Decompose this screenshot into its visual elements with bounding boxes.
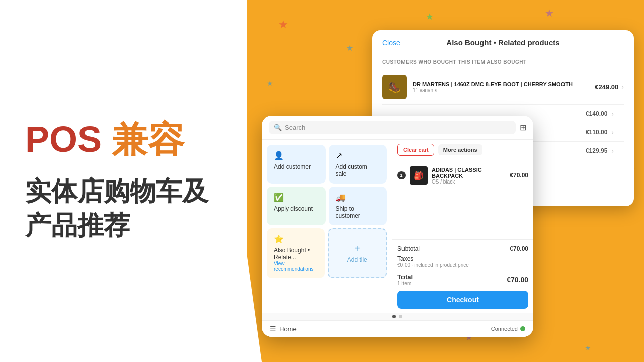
connection-status: Connected bbox=[491, 326, 525, 332]
taxes-note: €0.00 · included in product price bbox=[397, 262, 469, 268]
chevron-right-icon: › bbox=[621, 83, 624, 91]
hero-subtitle: 实体店购物车及产品推荐 bbox=[25, 174, 221, 242]
star-7: ★ bbox=[267, 79, 273, 87]
ship-to-customer-label: Ship to customer bbox=[336, 205, 380, 219]
product-info: DR MARTENS | 1460Z DMC 8-EYE BOOT | CHER… bbox=[413, 81, 595, 93]
product-thumbnail: 🥾 bbox=[382, 75, 407, 99]
compat-text: 兼容 bbox=[112, 119, 184, 159]
cart-item-variant: OS / black bbox=[432, 179, 506, 185]
product-price: €249.00 bbox=[595, 83, 618, 91]
ship-to-customer-icon: 🚚 bbox=[336, 193, 346, 202]
hero-title: POS 兼容 bbox=[25, 120, 221, 159]
search-box[interactable]: 🔍 Search bbox=[269, 121, 516, 134]
chevron-right-icon-2: › bbox=[611, 110, 614, 118]
apply-discount-icon: ✅ bbox=[274, 193, 284, 202]
pos-text: POS bbox=[25, 119, 102, 159]
cart-item-name: ADIDAS | CLASSIC BACKPACK bbox=[432, 167, 506, 179]
ship-to-customer-tile[interactable]: 🚚 Ship to customer bbox=[329, 187, 387, 225]
also-bought-tile-label: Also Bought • Relate... bbox=[274, 247, 317, 261]
cart-item-badge: 1 bbox=[397, 171, 406, 179]
also-bought-tile-sublabel: View recommendations bbox=[274, 261, 317, 272]
home-nav[interactable]: ☰ Home bbox=[270, 325, 297, 333]
cart-top-actions: Clear cart More actions bbox=[392, 140, 533, 160]
tablet-bottom-bar: ☰ Home Connected bbox=[262, 320, 533, 337]
subtotal-row: Subtotal €70.00 bbox=[397, 244, 528, 254]
taxes-info: Taxes €0.00 · included in product price bbox=[397, 255, 469, 268]
also-bought-tile-icon: ⭐ bbox=[274, 234, 284, 244]
section-label: CUSTOMERS WHO BOUGHT THIS ITEM ALSO BOUG… bbox=[382, 59, 624, 65]
add-custom-sale-label: Add custom sale bbox=[336, 163, 380, 177]
add-custom-sale-icon: ↗ bbox=[336, 151, 342, 160]
connected-label: Connected bbox=[491, 326, 518, 332]
add-tile-btn[interactable]: + Add tile bbox=[328, 228, 387, 278]
scan-icon[interactable]: ⊞ bbox=[520, 123, 526, 132]
total-info: Total 1 item bbox=[397, 273, 413, 286]
add-customer-tile[interactable]: 👤 Add customer bbox=[267, 145, 326, 184]
total-row: Total 1 item €70.00 bbox=[397, 272, 528, 288]
star-3: ★ bbox=[426, 11, 434, 22]
cart-header: 🔍 Search ⊞ bbox=[262, 116, 533, 140]
home-label: Home bbox=[279, 325, 297, 333]
search-icon: 🔍 bbox=[274, 124, 282, 131]
also-bought-tile[interactable]: ⭐ Also Bought • Relate... View recommend… bbox=[267, 228, 325, 278]
total-value: €70.00 bbox=[507, 276, 528, 284]
taxes-label: Taxes bbox=[397, 255, 469, 262]
total-count: 1 item bbox=[397, 281, 413, 286]
pagination-dots bbox=[262, 313, 533, 320]
partial-item-price-1: €140.00 bbox=[586, 110, 607, 117]
star-16: ★ bbox=[585, 344, 591, 352]
partial-item-price-2: €110.00 bbox=[586, 129, 607, 136]
also-bought-title: Also Bought • Related products bbox=[446, 38, 559, 47]
apply-discount-tile[interactable]: ✅ Apply discount bbox=[267, 187, 326, 225]
tile-row-2: ✅ Apply discount 🚚 Ship to customer bbox=[267, 187, 387, 225]
pagination-dot-1 bbox=[392, 315, 396, 318]
add-custom-sale-tile[interactable]: ↗ Add custom sale bbox=[329, 145, 387, 184]
right-panel: ★ ★ ★ ★ ★ ★ ★ ★ ★ ★ ★ ★ ★ ★ ★ ★ ★ Close … bbox=[247, 0, 644, 362]
product-variants: 11 variants bbox=[413, 87, 595, 93]
star-5: ★ bbox=[545, 7, 554, 19]
taxes-value: €0.00 bbox=[397, 262, 410, 268]
tile-row-1: 👤 Add customer ↗ Add custom sale bbox=[267, 145, 387, 184]
clear-cart-button[interactable]: Clear cart bbox=[397, 144, 434, 156]
cart-item-info: ADIDAS | CLASSIC BACKPACK OS / black bbox=[432, 167, 506, 185]
total-label: Total bbox=[397, 273, 413, 281]
cart-item[interactable]: 1 🎒 ADIDAS | CLASSIC BACKPACK OS / black… bbox=[397, 163, 528, 188]
tile-row-3: ⭐ Also Bought • Relate... View recommend… bbox=[267, 228, 387, 278]
close-button[interactable]: Close bbox=[382, 39, 400, 47]
cart-item-image: 🎒 bbox=[410, 166, 428, 185]
subtotal-label: Subtotal bbox=[397, 245, 420, 252]
checkout-button[interactable]: Checkout bbox=[397, 291, 528, 309]
add-customer-icon: 👤 bbox=[274, 151, 284, 160]
chevron-right-icon-3: › bbox=[611, 128, 614, 136]
add-tile-label: Add tile bbox=[347, 256, 367, 263]
apply-discount-label: Apply discount bbox=[274, 205, 313, 212]
cart-summary: Subtotal €70.00 Taxes €0.00 · included i… bbox=[392, 239, 533, 313]
star-2: ★ bbox=[346, 43, 353, 53]
add-tile-plus-icon: + bbox=[354, 243, 360, 254]
cart-panel: Clear cart More actions 1 🎒 ADIDAS | CLA… bbox=[392, 140, 533, 313]
taxes-row: Taxes €0.00 · included in product price bbox=[397, 254, 528, 269]
star-1: ★ bbox=[278, 18, 288, 31]
also-bought-header: Close Also Bought • Related products bbox=[382, 38, 624, 53]
connected-dot bbox=[520, 326, 525, 331]
add-customer-label: Add customer bbox=[274, 163, 311, 170]
cart-items-list: 1 🎒 ADIDAS | CLASSIC BACKPACK OS / black… bbox=[392, 160, 533, 239]
partial-item-price-3: €129.95 bbox=[586, 147, 607, 154]
subtotal-value: €70.00 bbox=[510, 245, 528, 252]
more-actions-button[interactable]: More actions bbox=[438, 144, 482, 155]
taxes-note-text: · included in product price bbox=[412, 262, 469, 268]
pagination-dot-2 bbox=[399, 315, 403, 318]
main-area: 👤 Add customer ↗ Add custom sale ✅ Apply… bbox=[262, 140, 533, 313]
product-row[interactable]: 🥾 DR MARTENS | 1460Z DMC 8-EYE BOOT | CH… bbox=[382, 70, 624, 105]
menu-icon: ☰ bbox=[270, 325, 276, 333]
search-placeholder: Search bbox=[285, 124, 305, 131]
cart-item-price: €70.00 bbox=[510, 172, 528, 179]
chevron-right-icon-4: › bbox=[611, 147, 614, 155]
actions-grid: 👤 Add customer ↗ Add custom sale ✅ Apply… bbox=[262, 140, 392, 313]
product-price-row: €249.00 › bbox=[595, 83, 624, 91]
product-name: DR MARTENS | 1460Z DMC 8-EYE BOOT | CHER… bbox=[413, 81, 595, 87]
left-panel: POS 兼容 实体店购物车及产品推荐 bbox=[0, 0, 247, 362]
pos-cart-tablet: 🔍 Search ⊞ 👤 Add customer ↗ Add custom s… bbox=[262, 116, 533, 337]
